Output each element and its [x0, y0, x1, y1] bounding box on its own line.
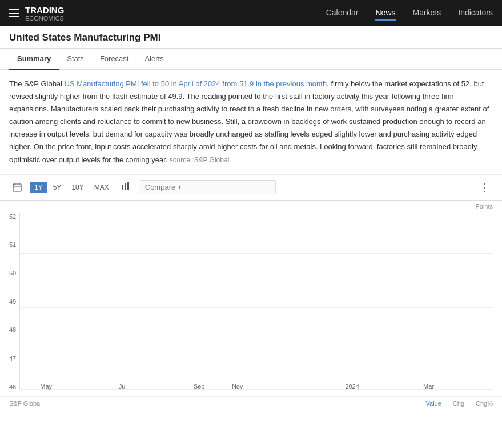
bar-x-label: Mar	[423, 383, 434, 390]
footer-source: S&P Global	[9, 400, 42, 407]
bar-group: Sep	[183, 380, 215, 390]
time-btn-max[interactable]: MAX	[90, 182, 114, 193]
summary-highlight: US Manufacturing PMI fell to 50 in April…	[65, 79, 327, 88]
time-btn-1y[interactable]: 1Y	[30, 182, 47, 193]
time-btn-10y[interactable]: 10Y	[67, 182, 88, 193]
bar-group: Nov	[222, 380, 253, 390]
y-axis-label: 48	[9, 326, 16, 333]
y-axis-label: 49	[9, 298, 16, 305]
bar-group	[375, 387, 406, 390]
bar-group	[145, 387, 176, 390]
tab-stats[interactable]: Stats	[59, 49, 92, 70]
bar-group: Mar	[413, 380, 444, 390]
bars-wrapper: MayJulSepNov2024Mar	[26, 213, 487, 390]
svg-rect-5	[125, 183, 126, 190]
nav-news[interactable]: News	[375, 6, 395, 21]
nav-indicators[interactable]: Indicators	[458, 6, 493, 21]
y-axis-label: 47	[9, 355, 16, 362]
y-axis-label: 52	[9, 213, 16, 220]
footer-chgpct: Chg%	[476, 400, 493, 407]
chart-toolbar: 1Y 5Y 10Y MAX ⋮	[0, 175, 502, 201]
bar-x-label: Sep	[194, 383, 205, 390]
svg-rect-6	[127, 182, 129, 190]
page-title: United States Manufacturing PMI	[9, 32, 493, 43]
chart-container: 52515049484746 MayJulSepNov2024Mar	[9, 213, 493, 390]
time-btn-5y[interactable]: 5Y	[49, 182, 66, 193]
menu-icon[interactable]	[9, 9, 19, 17]
chart-footer: S&P Global Value Chg Chg%	[0, 396, 502, 410]
header: TRADING ECONOMICS Calendar News Markets …	[0, 0, 502, 26]
bar-group: May	[30, 380, 62, 390]
logo-text: TRADING ECONOMICS	[25, 5, 64, 22]
tab-summary[interactable]: Summary	[9, 49, 59, 70]
logo: TRADING ECONOMICS	[9, 5, 64, 22]
summary-body: , firmly below the market expectations o…	[9, 79, 489, 164]
bar-x-label: Nov	[232, 383, 243, 390]
compare-input[interactable]	[139, 180, 276, 194]
bar-x-label: May	[40, 383, 52, 390]
bar-x-label: Jul	[119, 383, 127, 390]
more-options-button[interactable]: ⋮	[476, 180, 493, 195]
y-axis: 52515049484746	[9, 213, 19, 390]
summary-source: source: S&P Global	[167, 156, 229, 164]
y-axis-label: 51	[9, 241, 16, 248]
y-axis-label: 50	[9, 270, 16, 277]
footer-value[interactable]: Value	[426, 400, 441, 407]
y-axis-label: 46	[9, 383, 16, 390]
bar-x-label: 2024	[345, 383, 359, 390]
bar-group	[69, 387, 100, 390]
svg-rect-0	[13, 184, 21, 191]
summary-intro: The S&P Global	[9, 79, 65, 88]
chart-area: Points 52515049484746 MayJulSepNov2024Ma…	[0, 201, 502, 396]
calendar-icon[interactable]	[9, 179, 25, 195]
bar-group	[260, 387, 291, 390]
page-title-bar: United States Manufacturing PMI	[0, 26, 502, 49]
nav-markets[interactable]: Markets	[413, 6, 441, 21]
svg-rect-4	[122, 185, 123, 190]
footer-right: Value Chg Chg%	[426, 400, 493, 407]
logo-line1: TRADING	[25, 5, 64, 15]
chart-inner: MayJulSepNov2024Mar	[19, 213, 493, 390]
chart-type-icon[interactable]	[118, 181, 134, 194]
summary-text: The S&P Global US Manufacturing PMI fell…	[0, 70, 502, 175]
time-buttons: 1Y 5Y 10Y MAX	[30, 182, 114, 193]
logo-line2: ECONOMICS	[25, 15, 64, 22]
tabs-bar: Summary Stats Forecast Alerts	[0, 49, 502, 70]
bar-group: 2024	[336, 380, 368, 390]
main-nav: Calendar News Markets Indicators	[326, 6, 493, 21]
bar-group	[298, 387, 330, 390]
bar-group	[451, 387, 483, 390]
footer-chg: Chg	[453, 400, 464, 407]
tab-forecast[interactable]: Forecast	[92, 49, 137, 70]
bar-group: Jul	[107, 380, 138, 390]
points-label: Points	[9, 201, 493, 211]
tab-alerts[interactable]: Alerts	[136, 49, 171, 70]
nav-calendar[interactable]: Calendar	[326, 6, 359, 21]
